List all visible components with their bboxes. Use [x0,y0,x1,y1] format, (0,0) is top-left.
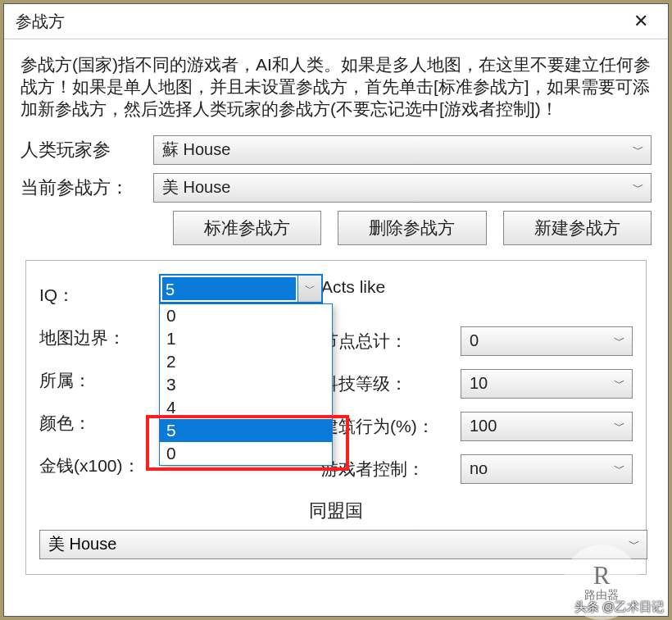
row-build-pct: 建筑行为(%)： 100 ﹀ [321,405,633,448]
titlebar: 参战方 ✕ [4,4,668,39]
chevron-down-icon: ﹀ [633,180,644,195]
chevron-down-icon: ﹀ [629,537,640,552]
watermark-text: 头条 @乙术日记 [574,599,664,615]
select-node-total[interactable]: 0 ﹀ [461,326,633,356]
dialog-body: 参战方(国家)指不同的游戏者，AI和人类。如果是多人地图，在这里不要建立任何参战… [4,39,668,575]
label-acts-like: Acts like [321,274,633,320]
select-human-player[interactable]: 蘇 House ﹀ [153,135,652,165]
chevron-down-icon: ﹀ [614,376,625,391]
iq-option[interactable]: 3 [160,373,332,396]
label-player-control: 游戏者控制： [321,458,461,481]
close-icon: ✕ [633,11,648,32]
iq-option[interactable]: 0 [160,304,332,327]
label-current-side: 当前参战方： [20,176,153,200]
row-human-player: 人类玩家参 蘇 House ﹀ [20,135,652,165]
right-column: Acts like 节点总计： 0 ﹀ 科技等级： 10 ﹀ [321,274,633,490]
new-side-button[interactable]: 新建参战方 [503,211,652,245]
select-player-control-value: no [470,459,488,478]
iq-option[interactable]: 2 [160,350,332,373]
iq-dropdown: 0 1 2 3 4 5 0 [159,303,333,466]
chevron-down-icon[interactable]: ﹀ [297,276,321,302]
button-row: 标准参战方 删除参战方 新建参战方 [173,211,652,245]
badge-letter: R [593,563,611,588]
row-node-total: 节点总计： 0 ﹀ [321,320,633,362]
description-text: 参战方(国家)指不同的游戏者，AI和人类。如果是多人地图，在这里不要建立任何参战… [20,54,652,121]
select-build-pct-value: 100 [470,417,497,435]
label-human-player: 人类玩家参 [20,138,153,162]
iq-option[interactable]: 1 [160,327,332,350]
chevron-down-icon: ﹀ [614,419,625,434]
select-tech-level-value: 10 [470,374,488,393]
select-human-player-value: 蘇 House [162,139,230,161]
row-player-control: 游戏者控制： no ﹀ [321,448,633,490]
label-node-total: 节点总计： [321,330,461,353]
label-tech-level: 科技等级： [321,372,461,395]
select-current-side-value: 美 House [162,176,230,198]
select-ally[interactable]: 美 House ﹀ [39,530,647,559]
select-node-total-value: 0 [470,331,479,350]
iq-value: 5 [162,277,296,300]
iq-option[interactable]: 0 [160,442,332,465]
close-button[interactable]: ✕ [622,5,660,38]
label-ally: 同盟国 [39,499,633,523]
properties-grid: IQ： 地图边界： 所属： 颜色： 金钱(x100)： 5 ﹀ 0 1 [39,274,633,490]
left-column: IQ： 地图边界： 所属： 颜色： 金钱(x100)： 5 ﹀ 0 1 [39,274,321,490]
iq-input[interactable]: 5 ﹀ [159,274,323,303]
row-current-side: 当前参战方： 美 House ﹀ [20,173,652,203]
iq-combobox[interactable]: 5 ﹀ 0 1 2 3 4 5 0 [159,274,323,303]
select-tech-level[interactable]: 10 ﹀ [461,369,633,399]
row-tech-level: 科技等级： 10 ﹀ [321,362,633,405]
window-title: 参战方 [16,11,65,33]
chevron-down-icon: ﹀ [614,334,625,349]
label-build-pct: 建筑行为(%)： [321,415,461,438]
select-current-side[interactable]: 美 House ﹀ [153,173,652,203]
standard-side-button[interactable]: 标准参战方 [173,211,321,245]
select-ally-value: 美 House [48,533,116,555]
chevron-down-icon: ﹀ [614,462,625,476]
select-build-pct[interactable]: 100 ﹀ [461,412,633,441]
properties-panel: IQ： 地图边界： 所属： 颜色： 金钱(x100)： 5 ﹀ 0 1 [25,260,647,575]
iq-option[interactable]: 4 [160,396,332,419]
dialog-window: 参战方 ✕ 参战方(国家)指不同的游戏者，AI和人类。如果是多人地图，在这里不要… [3,3,669,617]
iq-option-selected[interactable]: 5 [160,419,332,442]
chevron-down-icon: ﹀ [633,143,644,157]
select-player-control[interactable]: no ﹀ [461,454,633,484]
delete-side-button[interactable]: 删除参战方 [338,211,486,245]
